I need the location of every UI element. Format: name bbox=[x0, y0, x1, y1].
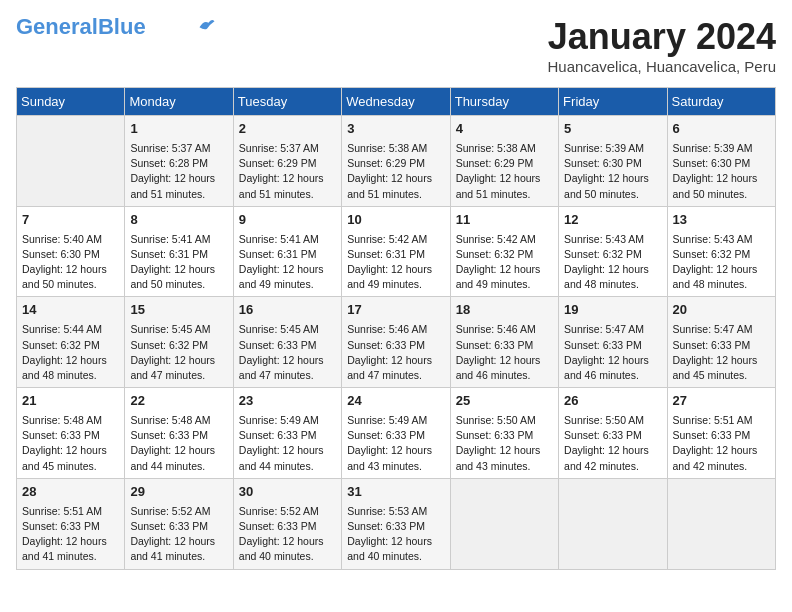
cell-text: Daylight: 12 hours bbox=[239, 534, 336, 549]
day-number: 23 bbox=[239, 392, 336, 411]
calendar-header-row: SundayMondayTuesdayWednesdayThursdayFrid… bbox=[17, 88, 776, 116]
day-number: 3 bbox=[347, 120, 444, 139]
cell-text: Daylight: 12 hours bbox=[456, 262, 553, 277]
cell-text: Daylight: 12 hours bbox=[347, 534, 444, 549]
cell-text: Sunrise: 5:41 AM bbox=[239, 232, 336, 247]
cell-text: Sunset: 6:33 PM bbox=[22, 428, 119, 443]
day-number: 10 bbox=[347, 211, 444, 230]
day-number: 24 bbox=[347, 392, 444, 411]
cell-text: and 44 minutes. bbox=[130, 459, 227, 474]
cell-text: Sunset: 6:33 PM bbox=[564, 338, 661, 353]
cell-text: Daylight: 12 hours bbox=[22, 262, 119, 277]
calendar-cell: 6Sunrise: 5:39 AMSunset: 6:30 PMDaylight… bbox=[667, 116, 775, 207]
cell-text: Daylight: 12 hours bbox=[456, 353, 553, 368]
cell-text: Daylight: 12 hours bbox=[564, 353, 661, 368]
cell-text: Daylight: 12 hours bbox=[22, 443, 119, 458]
cell-text: Sunrise: 5:38 AM bbox=[456, 141, 553, 156]
cell-text: Sunrise: 5:52 AM bbox=[130, 504, 227, 519]
cell-text: and 43 minutes. bbox=[347, 459, 444, 474]
calendar-cell: 26Sunrise: 5:50 AMSunset: 6:33 PMDayligh… bbox=[559, 388, 667, 479]
day-number: 6 bbox=[673, 120, 770, 139]
day-number: 11 bbox=[456, 211, 553, 230]
cell-text: Daylight: 12 hours bbox=[456, 443, 553, 458]
cell-text: Sunrise: 5:49 AM bbox=[347, 413, 444, 428]
header-tuesday: Tuesday bbox=[233, 88, 341, 116]
header-sunday: Sunday bbox=[17, 88, 125, 116]
calendar-cell bbox=[667, 478, 775, 569]
cell-text: Daylight: 12 hours bbox=[130, 171, 227, 186]
cell-text: Sunrise: 5:37 AM bbox=[130, 141, 227, 156]
calendar-cell: 3Sunrise: 5:38 AMSunset: 6:29 PMDaylight… bbox=[342, 116, 450, 207]
cell-text: Daylight: 12 hours bbox=[564, 262, 661, 277]
calendar-cell: 17Sunrise: 5:46 AMSunset: 6:33 PMDayligh… bbox=[342, 297, 450, 388]
logo-bird-icon bbox=[198, 18, 216, 32]
cell-text: Daylight: 12 hours bbox=[130, 353, 227, 368]
cell-text: Sunset: 6:29 PM bbox=[239, 156, 336, 171]
header-saturday: Saturday bbox=[667, 88, 775, 116]
cell-text: Daylight: 12 hours bbox=[564, 171, 661, 186]
cell-text: Daylight: 12 hours bbox=[673, 171, 770, 186]
day-number: 13 bbox=[673, 211, 770, 230]
cell-text: and 50 minutes. bbox=[673, 187, 770, 202]
cell-text: and 48 minutes. bbox=[22, 368, 119, 383]
cell-text: Daylight: 12 hours bbox=[456, 171, 553, 186]
cell-text: and 47 minutes. bbox=[130, 368, 227, 383]
day-number: 22 bbox=[130, 392, 227, 411]
cell-text: and 48 minutes. bbox=[564, 277, 661, 292]
day-number: 25 bbox=[456, 392, 553, 411]
cell-text: Daylight: 12 hours bbox=[673, 443, 770, 458]
calendar-cell: 9Sunrise: 5:41 AMSunset: 6:31 PMDaylight… bbox=[233, 206, 341, 297]
day-number: 21 bbox=[22, 392, 119, 411]
cell-text: Sunrise: 5:39 AM bbox=[564, 141, 661, 156]
cell-text: Sunset: 6:32 PM bbox=[564, 247, 661, 262]
cell-text: and 50 minutes. bbox=[130, 277, 227, 292]
cell-text: and 51 minutes. bbox=[130, 187, 227, 202]
cell-text: and 49 minutes. bbox=[456, 277, 553, 292]
calendar-table: SundayMondayTuesdayWednesdayThursdayFrid… bbox=[16, 87, 776, 570]
cell-text: Sunset: 6:33 PM bbox=[130, 428, 227, 443]
cell-text: Sunset: 6:33 PM bbox=[347, 428, 444, 443]
calendar-cell: 19Sunrise: 5:47 AMSunset: 6:33 PMDayligh… bbox=[559, 297, 667, 388]
cell-text: and 51 minutes. bbox=[347, 187, 444, 202]
cell-text: Daylight: 12 hours bbox=[564, 443, 661, 458]
calendar-cell bbox=[17, 116, 125, 207]
calendar-cell: 16Sunrise: 5:45 AMSunset: 6:33 PMDayligh… bbox=[233, 297, 341, 388]
day-number: 31 bbox=[347, 483, 444, 502]
cell-text: and 41 minutes. bbox=[22, 549, 119, 564]
day-number: 5 bbox=[564, 120, 661, 139]
logo-part1: General bbox=[16, 14, 98, 39]
cell-text: Sunrise: 5:50 AM bbox=[564, 413, 661, 428]
logo-text: GeneralBlue bbox=[16, 16, 146, 38]
calendar-cell: 22Sunrise: 5:48 AMSunset: 6:33 PMDayligh… bbox=[125, 388, 233, 479]
cell-text: Sunset: 6:33 PM bbox=[239, 338, 336, 353]
calendar-week-row: 7Sunrise: 5:40 AMSunset: 6:30 PMDaylight… bbox=[17, 206, 776, 297]
page-header: GeneralBlue January 2024 Huancavelica, H… bbox=[16, 16, 776, 75]
day-number: 12 bbox=[564, 211, 661, 230]
cell-text: Sunset: 6:28 PM bbox=[130, 156, 227, 171]
day-number: 30 bbox=[239, 483, 336, 502]
calendar-cell: 15Sunrise: 5:45 AMSunset: 6:32 PMDayligh… bbox=[125, 297, 233, 388]
calendar-cell: 23Sunrise: 5:49 AMSunset: 6:33 PMDayligh… bbox=[233, 388, 341, 479]
cell-text: Sunrise: 5:43 AM bbox=[673, 232, 770, 247]
cell-text: Sunrise: 5:51 AM bbox=[673, 413, 770, 428]
cell-text: Sunrise: 5:38 AM bbox=[347, 141, 444, 156]
cell-text: and 40 minutes. bbox=[239, 549, 336, 564]
day-number: 4 bbox=[456, 120, 553, 139]
cell-text: and 47 minutes. bbox=[347, 368, 444, 383]
day-number: 14 bbox=[22, 301, 119, 320]
cell-text: Sunset: 6:31 PM bbox=[239, 247, 336, 262]
cell-text: Daylight: 12 hours bbox=[22, 534, 119, 549]
location-text: Huancavelica, Huancavelica, Peru bbox=[548, 58, 776, 75]
cell-text: and 46 minutes. bbox=[564, 368, 661, 383]
day-number: 17 bbox=[347, 301, 444, 320]
calendar-cell: 28Sunrise: 5:51 AMSunset: 6:33 PMDayligh… bbox=[17, 478, 125, 569]
day-number: 26 bbox=[564, 392, 661, 411]
cell-text: Sunrise: 5:48 AM bbox=[22, 413, 119, 428]
cell-text: Sunset: 6:29 PM bbox=[347, 156, 444, 171]
cell-text: Sunrise: 5:44 AM bbox=[22, 322, 119, 337]
cell-text: and 44 minutes. bbox=[239, 459, 336, 474]
cell-text: Sunset: 6:33 PM bbox=[456, 338, 553, 353]
day-number: 29 bbox=[130, 483, 227, 502]
title-area: January 2024 Huancavelica, Huancavelica,… bbox=[548, 16, 776, 75]
cell-text: Daylight: 12 hours bbox=[239, 443, 336, 458]
